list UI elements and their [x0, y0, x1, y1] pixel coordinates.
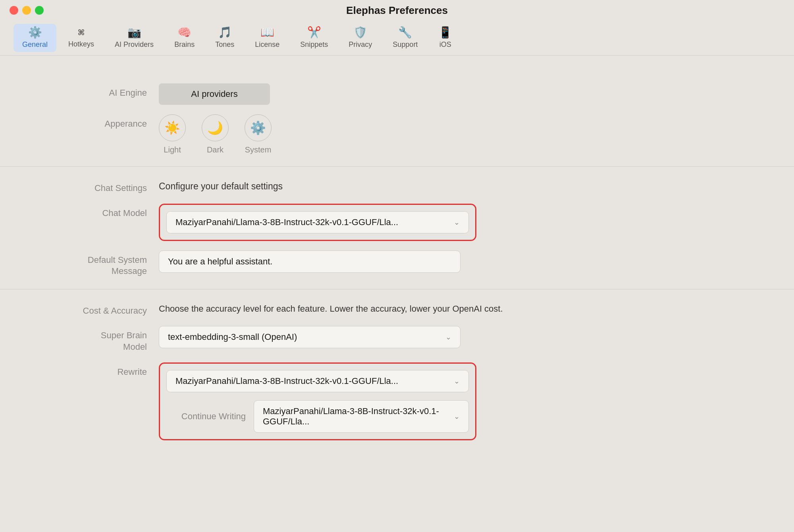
window-title: Elephas Preferences	[346, 4, 448, 17]
chat-model-control: MaziyarPanahi/Llama-3-8B-Instruct-32k-v0…	[159, 204, 770, 241]
appearance-options: ☀️ Light 🌙 Dark ⚙️ System	[159, 114, 770, 154]
default-system-message-label: Default System Message	[24, 251, 159, 277]
super-brain-model-row: Super Brain Model text-embedding-3-small…	[24, 326, 770, 353]
chat-settings-section: Chat Settings Configure your default set…	[0, 167, 794, 289]
cost-accuracy-label: Cost & Accuracy	[24, 301, 159, 317]
appearance-system[interactable]: ⚙️ System	[245, 114, 272, 154]
appearance-system-label: System	[245, 145, 272, 154]
chat-model-arrow: ⌄	[454, 218, 460, 227]
cost-accuracy-section: Cost & Accuracy Choose the accuracy leve…	[0, 289, 794, 452]
default-system-message-row: Default System Message	[24, 251, 770, 277]
tab-snippets[interactable]: ✂️ Snippets	[291, 24, 337, 52]
chat-model-label: Chat Model	[24, 204, 159, 219]
chat-settings-desc: Configure your default settings	[159, 179, 770, 192]
tab-brains[interactable]: 🧠 Brains	[166, 24, 203, 52]
super-brain-model-label: Super Brain Model	[24, 326, 159, 353]
hotkeys-icon: ⌘	[78, 27, 85, 38]
tab-hotkeys[interactable]: ⌘ Hotkeys	[60, 24, 103, 52]
tab-general[interactable]: ⚙️ General	[13, 24, 56, 52]
tab-brains-label: Brains	[174, 40, 195, 49]
appearance-dark[interactable]: 🌙 Dark	[202, 114, 229, 154]
tab-snippets-label: Snippets	[300, 40, 328, 49]
super-brain-model-dropdown[interactable]: text-embedding-3-small (OpenAI) ⌄	[159, 326, 461, 348]
tab-tones[interactable]: 🎵 Tones	[206, 24, 243, 52]
privacy-icon: 🛡️	[353, 27, 367, 38]
appearance-light-label: Light	[164, 145, 181, 154]
tab-license-label: License	[255, 40, 279, 49]
main-content: AI Engine AI providers Apperance ☀️ Ligh…	[0, 56, 794, 468]
tab-hotkeys-label: Hotkeys	[68, 40, 94, 48]
rewrite-label: Rewrite	[24, 362, 159, 378]
appearance-dark-label: Dark	[207, 145, 224, 154]
chat-model-row: Chat Model MaziyarPanahi/Llama-3-8B-Inst…	[24, 204, 770, 241]
tab-ios[interactable]: 📱 iOS	[430, 24, 461, 52]
ai-engine-control: AI providers	[159, 83, 770, 105]
continue-writing-arrow: ⌄	[454, 412, 460, 421]
tab-license[interactable]: 📖 License	[246, 24, 288, 52]
tab-general-label: General	[22, 40, 48, 49]
cost-accuracy-header-row: Cost & Accuracy Choose the accuracy leve…	[24, 301, 770, 317]
license-icon: 📖	[260, 27, 274, 38]
maximize-button[interactable]	[35, 6, 44, 15]
tab-ios-label: iOS	[439, 40, 451, 49]
ai-engine-label: AI Engine	[24, 83, 159, 99]
close-button[interactable]	[10, 6, 18, 15]
tones-icon: 🎵	[218, 27, 232, 38]
appearance-row: Apperance ☀️ Light 🌙 Dark ⚙️ System	[24, 114, 770, 154]
rewrite-continue-row: Rewrite MaziyarPanahi/Llama-3-8B-Instruc…	[24, 362, 770, 440]
ai-engine-row: AI Engine AI providers	[24, 83, 770, 105]
rewrite-continue-highlight: MaziyarPanahi/Llama-3-8B-Instruct-32k-v0…	[159, 362, 476, 440]
support-icon: 🔧	[398, 27, 412, 38]
super-brain-model-control: text-embedding-3-small (OpenAI) ⌄	[159, 326, 770, 348]
continue-writing-label: Continue Writing	[166, 411, 246, 422]
titlebar: Elephas Preferences	[0, 0, 794, 21]
tab-support[interactable]: 🔧 Support	[384, 24, 426, 52]
chat-settings-label: Chat Settings	[24, 179, 159, 194]
rewrite-arrow: ⌄	[454, 377, 460, 386]
rewrite-dropdown[interactable]: MaziyarPanahi/Llama-3-8B-Instruct-32k-v0…	[166, 370, 469, 392]
chat-settings-header-row: Chat Settings Configure your default set…	[24, 179, 770, 194]
tab-tones-label: Tones	[215, 40, 234, 49]
continue-writing-row-inner: Continue Writing MaziyarPanahi/Llama-3-8…	[166, 400, 469, 433]
tabbar: ⚙️ General ⌘ Hotkeys 📷 AI Providers 🧠 Br…	[0, 21, 794, 56]
cost-accuracy-description: Choose the accuracy level for each featu…	[159, 301, 770, 314]
continue-writing-value: MaziyarPanahi/Llama-3-8B-Instruct-32k-v0…	[263, 406, 447, 427]
traffic-lights	[10, 6, 44, 15]
default-system-message-input[interactable]	[159, 251, 461, 273]
appearance-light[interactable]: ☀️ Light	[159, 114, 186, 154]
chat-model-value: MaziyarPanahi/Llama-3-8B-Instruct-32k-v0…	[175, 217, 398, 227]
rewrite-value: MaziyarPanahi/Llama-3-8B-Instruct-32k-v0…	[175, 376, 398, 386]
brains-icon: 🧠	[177, 27, 191, 38]
rewrite-continue-control: MaziyarPanahi/Llama-3-8B-Instruct-32k-v0…	[159, 362, 770, 440]
system-icon: ⚙️	[245, 114, 272, 141]
ios-icon: 📱	[438, 27, 452, 38]
tab-ai-providers[interactable]: 📷 AI Providers	[106, 24, 162, 52]
appearance-control: ☀️ Light 🌙 Dark ⚙️ System	[159, 114, 770, 154]
continue-writing-dropdown[interactable]: MaziyarPanahi/Llama-3-8B-Instruct-32k-v0…	[254, 400, 469, 433]
snippets-icon: ✂️	[307, 27, 321, 38]
super-brain-model-arrow: ⌄	[445, 333, 451, 341]
default-system-message-control	[159, 251, 770, 273]
chat-model-highlight: MaziyarPanahi/Llama-3-8B-Instruct-32k-v0…	[159, 204, 476, 241]
tab-privacy[interactable]: 🛡️ Privacy	[340, 24, 381, 52]
cost-accuracy-desc: Choose the accuracy level for each featu…	[159, 301, 770, 314]
ai-providers-button[interactable]: AI providers	[159, 83, 270, 105]
super-brain-model-value: text-embedding-3-small (OpenAI)	[168, 332, 297, 342]
tab-privacy-label: Privacy	[349, 40, 372, 49]
chat-settings-description: Configure your default settings	[159, 179, 770, 192]
dark-icon: 🌙	[202, 114, 229, 141]
chat-model-dropdown[interactable]: MaziyarPanahi/Llama-3-8B-Instruct-32k-v0…	[166, 211, 469, 233]
tab-ai-providers-label: AI Providers	[115, 40, 154, 49]
general-icon: ⚙️	[28, 27, 42, 38]
light-icon: ☀️	[159, 114, 186, 141]
appearance-label: Apperance	[24, 114, 159, 130]
ai-engine-section: AI Engine AI providers Apperance ☀️ Ligh…	[0, 71, 794, 167]
minimize-button[interactable]	[22, 6, 31, 15]
tab-support-label: Support	[393, 40, 418, 49]
ai-providers-icon: 📷	[127, 27, 141, 38]
